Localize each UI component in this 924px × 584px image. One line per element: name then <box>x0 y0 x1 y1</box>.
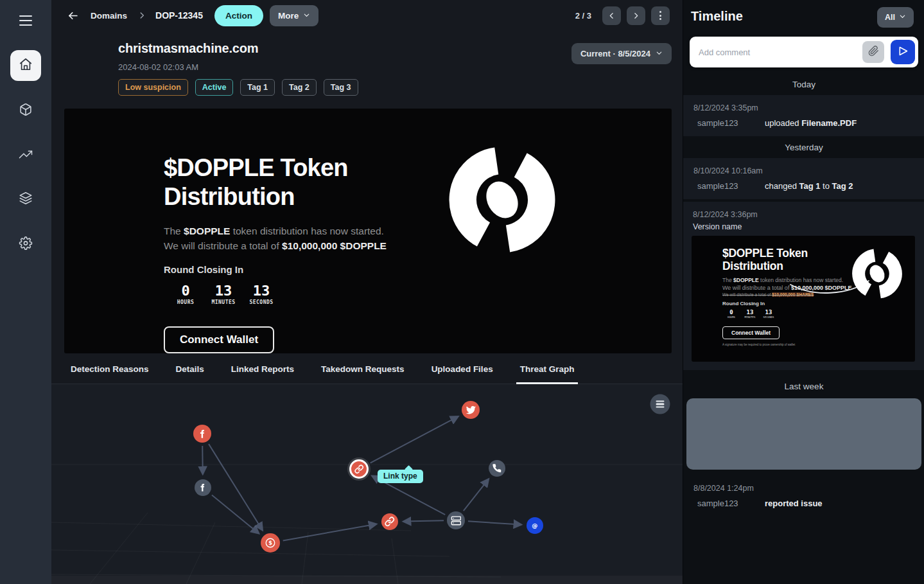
cube-icon <box>19 103 33 119</box>
tab-details[interactable]: Details <box>172 360 208 384</box>
main-content: Domains DOP-12345 Action More 2 / 3 chri… <box>51 0 683 584</box>
chevron-right-icon <box>137 11 146 20</box>
timeline-filter-button[interactable]: All <box>877 7 914 28</box>
entry-date: 8/12/2024 3:36pm <box>693 210 758 219</box>
tab-threat-graph[interactable]: Threat Graph <box>516 360 579 384</box>
timeline-panel: Timeline All Today 8/12/2024 3:35pm samp… <box>683 0 924 584</box>
thumb-connect-wallet: Connect Wallet <box>722 326 780 339</box>
server-node[interactable] <box>447 511 465 529</box>
kebab-icon <box>659 11 661 20</box>
timeline-title: Timeline <box>691 9 743 24</box>
pagination-counter: 2 / 3 <box>575 11 591 21</box>
prev-record-button[interactable] <box>602 6 621 25</box>
thumb-countdown: 0HOURS 13MINUTES 13SECONDS <box>724 309 857 319</box>
menu-icon[interactable] <box>19 15 32 26</box>
breadcrumb-record-id: DOP-12345 <box>155 10 203 21</box>
countdown: 0HOURS 13MINUTES 13SECONDS <box>168 283 446 305</box>
tag-low-suspicion[interactable]: Low suspicion <box>118 79 188 96</box>
facebook-node[interactable] <box>193 425 211 443</box>
back-button[interactable] <box>67 10 79 22</box>
sidebar-item-assets[interactable] <box>19 103 33 119</box>
graph-edge <box>405 520 444 521</box>
comment-input[interactable] <box>699 48 862 57</box>
sidebar-item-layers[interactable] <box>19 191 33 208</box>
sidebar-item-settings[interactable] <box>19 236 33 252</box>
dopple-logo <box>448 145 557 254</box>
more-button[interactable]: More <box>270 5 318 26</box>
tab-detection-reasons[interactable]: Detection Reasons <box>67 360 153 384</box>
link-node[interactable] <box>381 513 398 530</box>
tag-active[interactable]: Active <box>195 79 234 96</box>
phone-node[interactable] <box>489 460 505 477</box>
section-yesterday: Yesterday <box>683 139 924 155</box>
entry-action: changed Tag 1 to Tag 2 <box>765 181 853 191</box>
sidebar-item-analytics[interactable] <box>19 148 33 164</box>
site-screenshot: $DOPPLE TokenDistribution The $DOPPLE to… <box>64 109 672 353</box>
layers-icon <box>19 191 33 208</box>
threat-graph[interactable]: $@ Link type <box>51 384 683 584</box>
app: Domains DOP-12345 Action More 2 / 3 chri… <box>0 0 924 584</box>
detected-date: 2024-08-02 02:03 AM <box>118 62 198 72</box>
attach-file-button[interactable] <box>862 41 884 63</box>
tag-list: Low suspicion Active Tag 1 Tag 2 Tag 3 <box>118 79 358 96</box>
tag-3[interactable]: Tag 3 <box>324 79 358 96</box>
gear-icon <box>19 236 33 252</box>
round-closing-label: Round Closing In <box>164 264 446 275</box>
email-node[interactable]: @ <box>527 517 543 534</box>
tag-1[interactable]: Tag 1 <box>240 79 275 96</box>
entry-action: uploaded Filename.PDF <box>765 118 857 128</box>
hamburger-icon <box>656 400 665 402</box>
redacted-entry-placeholder[interactable] <box>686 398 921 470</box>
sidebar-item-home[interactable] <box>10 50 41 81</box>
link-type-tooltip: Link type <box>378 470 423 483</box>
graph-grid <box>51 465 683 584</box>
horizontal-scrollbar[interactable] <box>51 576 683 584</box>
topbar: Domains DOP-12345 Action More 2 / 3 <box>51 0 683 31</box>
graph-edge <box>212 495 258 533</box>
version-name-label: Version name <box>693 222 742 231</box>
trending-up-icon <box>19 148 33 164</box>
kebab-menu-button[interactable] <box>651 6 670 25</box>
chevron-down-icon <box>899 13 906 22</box>
entry-date: 8/8/2024 1:24pm <box>693 484 754 493</box>
facebook-node[interactable] <box>195 479 211 496</box>
timeline-entry[interactable]: 8/10/2024 10:16am sample123 changed Tag … <box>683 158 924 199</box>
timeline-entry[interactable]: 8/8/2024 1:24pm sample123 reported issue <box>683 475 924 517</box>
entry-user: sample123 <box>697 118 765 128</box>
entry-date: 8/12/2024 3:35pm <box>693 103 758 112</box>
hero-title: $DOPPLE TokenDistribution <box>164 154 446 211</box>
version-thumbnail[interactable]: $DOPPLE TokenDistribution The $DOPPLE to… <box>692 236 915 362</box>
svg-text:@: @ <box>532 522 537 529</box>
timeline-entry[interactable]: 8/12/2024 3:35pm sample123 uploaded File… <box>683 95 924 136</box>
entry-date: 8/10/2024 10:16am <box>693 166 763 175</box>
twitter-node[interactable] <box>462 401 480 419</box>
send-comment-button[interactable] <box>891 40 915 64</box>
breadcrumb-domains[interactable]: Domains <box>91 11 127 21</box>
thumb-title: $DOPPLE TokenDistribution <box>722 247 857 272</box>
graph-edge <box>464 480 488 511</box>
sidebar <box>0 0 51 584</box>
connect-wallet-button[interactable]: Connect Wallet <box>164 326 274 353</box>
graph-edge <box>370 417 457 463</box>
chevron-down-icon <box>303 11 310 21</box>
tag-2[interactable]: Tag 2 <box>282 79 317 96</box>
section-today: Today <box>683 76 924 93</box>
version-selector[interactable]: Current · 8/5/2024 <box>571 43 672 64</box>
chevron-down-icon <box>656 49 663 58</box>
graph-edge <box>202 446 203 473</box>
graph-edge <box>468 521 520 524</box>
graph-options-button[interactable] <box>650 394 670 414</box>
page-title: christmasmachine.com <box>118 41 258 56</box>
timeline-entry-version[interactable]: 8/12/2024 3:36pm Version name $DOPPLE To… <box>683 202 924 370</box>
tab-uploaded-files[interactable]: Uploaded Files <box>428 360 497 384</box>
tab-linked-reports[interactable]: Linked Reports <box>227 360 298 384</box>
dollar-node[interactable]: $ <box>261 533 280 553</box>
hero-paragraph: The $DOPPLE token distribution has now s… <box>164 224 446 253</box>
action-button[interactable]: Action <box>214 5 263 26</box>
comment-composer <box>690 37 918 67</box>
next-record-button[interactable] <box>627 6 645 25</box>
svg-text:$: $ <box>268 540 272 546</box>
link-node[interactable] <box>349 459 369 479</box>
entry-action: reported issue <box>765 499 823 508</box>
tab-takedown-requests[interactable]: Takedown Requests <box>317 360 408 384</box>
